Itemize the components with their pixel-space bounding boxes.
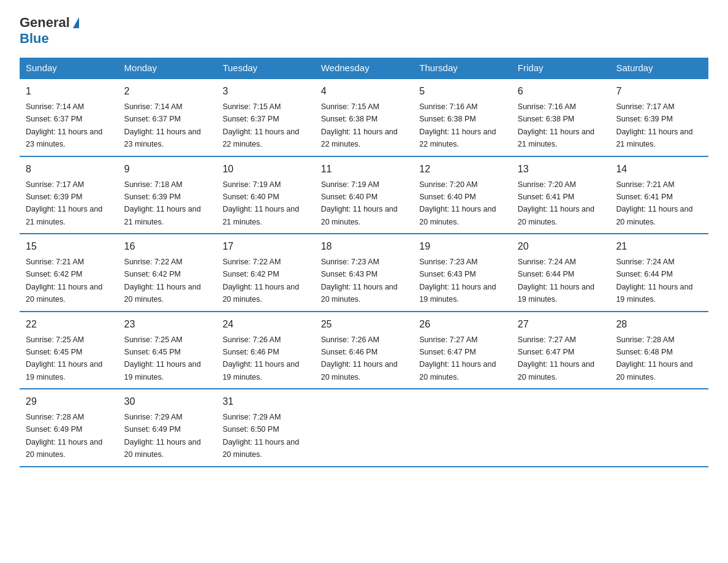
day-number: 5 — [419, 84, 506, 99]
day-info: Sunrise: 7:28 AMSunset: 6:48 PMDaylight:… — [616, 335, 692, 381]
day-number: 6 — [518, 84, 604, 99]
day-number: 17 — [222, 239, 309, 254]
day-info: Sunrise: 7:25 AMSunset: 6:45 PMDaylight:… — [26, 335, 102, 381]
day-number: 25 — [321, 317, 408, 332]
day-info: Sunrise: 7:24 AMSunset: 6:44 PMDaylight:… — [616, 258, 692, 304]
calendar-header-row: SundayMondayTuesdayWednesdayThursdayFrid… — [20, 58, 708, 79]
day-number: 28 — [616, 317, 702, 332]
logo-triangle-icon — [73, 17, 79, 28]
header-wednesday: Wednesday — [315, 58, 414, 79]
calendar-cell: 26Sunrise: 7:27 AMSunset: 6:47 PMDayligh… — [413, 312, 512, 389]
day-info: Sunrise: 7:22 AMSunset: 6:42 PMDaylight:… — [124, 258, 201, 304]
day-info: Sunrise: 7:26 AMSunset: 6:46 PMDaylight:… — [222, 335, 299, 381]
day-number: 27 — [518, 317, 604, 332]
calendar-week-row: 8Sunrise: 7:17 AMSunset: 6:39 PMDaylight… — [20, 156, 708, 234]
day-number: 8 — [26, 162, 112, 177]
calendar-cell: 11Sunrise: 7:19 AMSunset: 6:40 PMDayligh… — [315, 156, 414, 234]
day-number: 2 — [124, 84, 211, 99]
calendar-cell: 4Sunrise: 7:15 AMSunset: 6:38 PMDaylight… — [315, 79, 414, 156]
logo: General Blue — [20, 15, 79, 47]
calendar-cell: 5Sunrise: 7:16 AMSunset: 6:38 PMDaylight… — [413, 79, 512, 156]
day-info: Sunrise: 7:19 AMSunset: 6:40 PMDaylight:… — [222, 180, 299, 226]
day-info: Sunrise: 7:27 AMSunset: 6:47 PMDaylight:… — [419, 335, 496, 381]
day-info: Sunrise: 7:22 AMSunset: 6:42 PMDaylight:… — [222, 258, 299, 304]
day-number: 4 — [321, 84, 408, 99]
day-info: Sunrise: 7:29 AMSunset: 6:49 PMDaylight:… — [124, 413, 201, 459]
calendar-cell: 22Sunrise: 7:25 AMSunset: 6:45 PMDayligh… — [20, 312, 118, 389]
calendar-cell: 16Sunrise: 7:22 AMSunset: 6:42 PMDayligh… — [118, 234, 217, 312]
calendar-cell: 21Sunrise: 7:24 AMSunset: 6:44 PMDayligh… — [610, 234, 708, 312]
day-number: 11 — [321, 162, 408, 177]
calendar-cell: 23Sunrise: 7:25 AMSunset: 6:45 PMDayligh… — [118, 312, 217, 389]
logo-general: General — [20, 15, 79, 31]
header-tuesday: Tuesday — [216, 58, 315, 79]
page-header: General Blue — [20, 15, 708, 47]
day-info: Sunrise: 7:16 AMSunset: 6:38 PMDaylight:… — [419, 102, 496, 148]
day-number: 10 — [222, 162, 309, 177]
day-info: Sunrise: 7:15 AMSunset: 6:37 PMDaylight:… — [222, 102, 299, 148]
day-number: 15 — [26, 239, 112, 254]
calendar-cell: 24Sunrise: 7:26 AMSunset: 6:46 PMDayligh… — [216, 312, 315, 389]
day-info: Sunrise: 7:18 AMSunset: 6:39 PMDaylight:… — [124, 180, 201, 226]
day-number: 23 — [124, 317, 211, 332]
day-number: 22 — [26, 317, 112, 332]
day-number: 21 — [616, 239, 702, 254]
day-number: 24 — [222, 317, 309, 332]
day-info: Sunrise: 7:23 AMSunset: 6:43 PMDaylight:… — [321, 258, 398, 304]
calendar-cell: 29Sunrise: 7:28 AMSunset: 6:49 PMDayligh… — [20, 389, 118, 467]
calendar-cell: 2Sunrise: 7:14 AMSunset: 6:37 PMDaylight… — [118, 79, 217, 156]
day-number: 20 — [518, 239, 604, 254]
header-friday: Friday — [512, 58, 610, 79]
calendar-cell: 18Sunrise: 7:23 AMSunset: 6:43 PMDayligh… — [315, 234, 414, 312]
day-number: 18 — [321, 239, 408, 254]
calendar-cell: 27Sunrise: 7:27 AMSunset: 6:47 PMDayligh… — [512, 312, 610, 389]
calendar-cell: 17Sunrise: 7:22 AMSunset: 6:42 PMDayligh… — [216, 234, 315, 312]
header-sunday: Sunday — [20, 58, 118, 79]
calendar-week-row: 29Sunrise: 7:28 AMSunset: 6:49 PMDayligh… — [20, 389, 708, 467]
calendar-week-row: 1Sunrise: 7:14 AMSunset: 6:37 PMDaylight… — [20, 79, 708, 156]
calendar-cell: 1Sunrise: 7:14 AMSunset: 6:37 PMDaylight… — [20, 79, 118, 156]
calendar-cell: 3Sunrise: 7:15 AMSunset: 6:37 PMDaylight… — [216, 79, 315, 156]
day-info: Sunrise: 7:17 AMSunset: 6:39 PMDaylight:… — [26, 180, 102, 226]
calendar-cell — [315, 389, 414, 467]
calendar-cell: 28Sunrise: 7:28 AMSunset: 6:48 PMDayligh… — [610, 312, 708, 389]
calendar-cell: 31Sunrise: 7:29 AMSunset: 6:50 PMDayligh… — [216, 389, 315, 467]
day-info: Sunrise: 7:17 AMSunset: 6:39 PMDaylight:… — [616, 102, 692, 148]
day-info: Sunrise: 7:16 AMSunset: 6:38 PMDaylight:… — [518, 102, 594, 148]
calendar-cell — [413, 389, 512, 467]
day-number: 19 — [419, 239, 506, 254]
day-info: Sunrise: 7:21 AMSunset: 6:41 PMDaylight:… — [616, 180, 692, 226]
day-info: Sunrise: 7:20 AMSunset: 6:41 PMDaylight:… — [518, 180, 594, 226]
day-info: Sunrise: 7:14 AMSunset: 6:37 PMDaylight:… — [124, 102, 201, 148]
day-info: Sunrise: 7:24 AMSunset: 6:44 PMDaylight:… — [518, 258, 594, 304]
calendar-cell: 13Sunrise: 7:20 AMSunset: 6:41 PMDayligh… — [512, 156, 610, 234]
header-monday: Monday — [118, 58, 217, 79]
calendar-cell: 14Sunrise: 7:21 AMSunset: 6:41 PMDayligh… — [610, 156, 708, 234]
day-info: Sunrise: 7:29 AMSunset: 6:50 PMDaylight:… — [222, 413, 299, 459]
day-number: 29 — [26, 394, 112, 409]
day-number: 13 — [518, 162, 604, 177]
calendar-cell: 20Sunrise: 7:24 AMSunset: 6:44 PMDayligh… — [512, 234, 610, 312]
calendar-cell — [610, 389, 708, 467]
calendar-cell: 15Sunrise: 7:21 AMSunset: 6:42 PMDayligh… — [20, 234, 118, 312]
day-info: Sunrise: 7:14 AMSunset: 6:37 PMDaylight:… — [26, 102, 102, 148]
day-info: Sunrise: 7:26 AMSunset: 6:46 PMDaylight:… — [321, 335, 398, 381]
calendar-week-row: 22Sunrise: 7:25 AMSunset: 6:45 PMDayligh… — [20, 312, 708, 389]
day-number: 31 — [222, 394, 309, 409]
header-thursday: Thursday — [413, 58, 512, 79]
calendar-week-row: 15Sunrise: 7:21 AMSunset: 6:42 PMDayligh… — [20, 234, 708, 312]
day-number: 9 — [124, 162, 211, 177]
day-number: 12 — [419, 162, 506, 177]
day-info: Sunrise: 7:15 AMSunset: 6:38 PMDaylight:… — [321, 102, 398, 148]
day-number: 26 — [419, 317, 506, 332]
day-number: 7 — [616, 84, 702, 99]
day-info: Sunrise: 7:21 AMSunset: 6:42 PMDaylight:… — [26, 258, 102, 304]
day-number: 1 — [26, 84, 112, 99]
day-info: Sunrise: 7:23 AMSunset: 6:43 PMDaylight:… — [419, 258, 496, 304]
calendar-cell: 30Sunrise: 7:29 AMSunset: 6:49 PMDayligh… — [118, 389, 217, 467]
day-info: Sunrise: 7:19 AMSunset: 6:40 PMDaylight:… — [321, 180, 398, 226]
logo-blue-text: Blue — [20, 31, 49, 47]
header-saturday: Saturday — [610, 58, 708, 79]
day-info: Sunrise: 7:20 AMSunset: 6:40 PMDaylight:… — [419, 180, 496, 226]
day-number: 30 — [124, 394, 211, 409]
